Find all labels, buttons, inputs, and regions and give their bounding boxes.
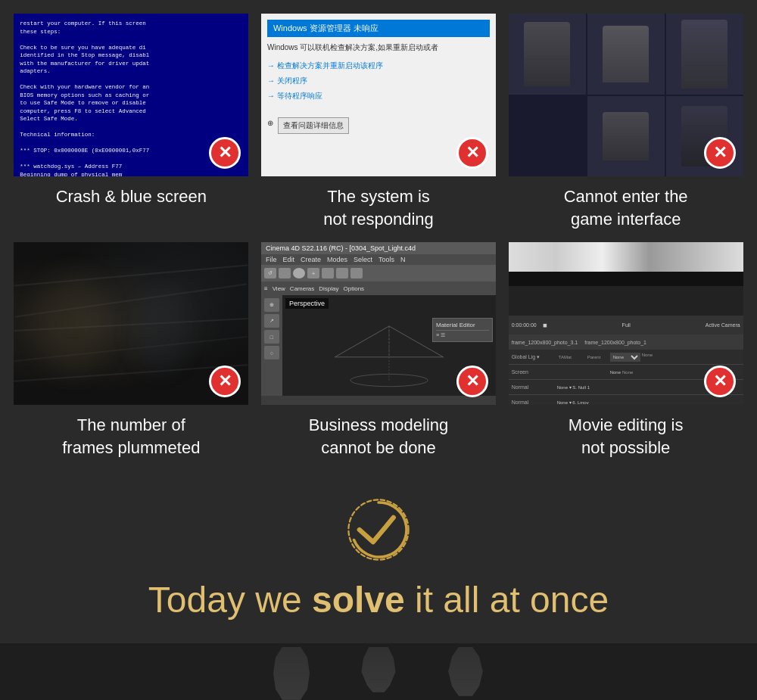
image-cinema4d: Cinema 4D S22.116 (RC) - [0304_Spot_Ligh… [261,242,496,405]
card-system-not-responding: Windows 资源管理器 未响应 Windows 可以联机检查解决方案,如果重… [255,8,503,236]
windiag-opt-3: → 等待程序响应 [267,89,490,104]
windiag-opt-1: → 检查解决方案并重新启动该程序 [267,58,490,73]
card-label-2: The system is not responding [323,185,434,230]
c4d-popup: Material Editor ≡ ☰ [432,318,493,342]
card-label-1: Crash & blue screen [56,185,207,208]
silhouette-2 [360,647,397,692]
game-cell-6 [666,96,743,177]
game-cell-4 [509,96,586,177]
game-cell-5 [587,96,665,177]
problem-grid: restart your computer. If this screen th… [0,0,757,473]
card-crash-bluescreen: restart your computer. If this screen th… [8,8,255,236]
card-business-modeling: Cinema 4D S22.116 (RC) - [0304_Spot_Ligh… [255,236,503,465]
card-cannot-enter-game: ✕ Cannot enter the game interface [502,8,749,236]
error-badge-3: ✕ [704,137,736,169]
card-movie-editing: 0:00:00:00 ◼ Full Active Camera frame_12… [502,236,749,465]
windiag-subtitle: Windows 可以联机检查解决方案,如果重新启动或者 [267,42,490,54]
solve-text-prefix: Today we [148,580,312,620]
image-timeline: 0:00:00:00 ◼ Full Active Camera frame_12… [509,242,743,405]
timeline-preview [509,242,743,316]
error-badge-6: ✕ [704,366,736,397]
windiag-details: 查看问题详细信息 [278,117,349,134]
image-crash: restart your computer. If this screen th… [14,14,248,176]
windiag-title: Windows 资源管理器 未响应 [267,20,490,37]
c4d-titlebar: Cinema 4D S22.116 (RC) - [0304_Spot_Ligh… [261,242,496,254]
image-blur: ✕ [14,242,248,405]
card-frames-plummeted: ✕ The number of frames plummeted [8,236,255,465]
silhouette-3 [443,647,488,696]
c4d-menubar: FileEditCreateModesSelectToolsN [261,254,496,265]
image-windiag: Windows 资源管理器 未响应 Windows 可以联机检查解决方案,如果重… [261,14,496,176]
solve-text-bold: solve [312,580,405,620]
solve-text-suffix: it all at once [405,580,609,620]
silhouettes-row [269,647,488,700]
silhouette-1 [269,647,314,700]
main-container: restart your computer. If this screen th… [0,0,757,700]
error-badge-2: ✕ [456,137,488,169]
solve-text: Today we solve it all at once [148,579,609,621]
bottom-bar [0,643,757,700]
game-cell-3 [666,14,743,95]
bottom-section: Today we solve it all at once [0,473,757,636]
c4d-toolbar: ⊕ ↗ □ ○ [261,295,282,396]
card-label-5: Business modeling cannot be done [309,414,449,459]
game-cell-1 [509,14,586,95]
windiag-opt-2: → 关闭程序 [267,73,490,89]
timeline-controls: 0:00:00:00 ◼ Full Active Camera [509,316,743,334]
card-label-6: Movie editing is not possible [569,414,684,459]
card-label-4: The number of frames plummeted [62,414,200,459]
image-game: ✕ [509,14,743,176]
check-circle-icon [344,496,413,564]
card-label-3: Cannot enter the game interface [564,185,688,230]
svg-line-0 [335,326,389,357]
game-cell-2 [587,14,665,95]
